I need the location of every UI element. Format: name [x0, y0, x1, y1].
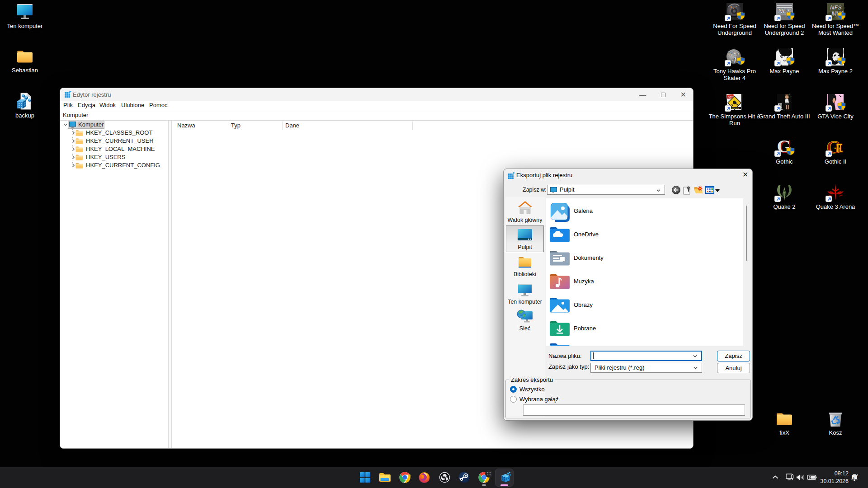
svg-text:HIT&RUN: HIT&RUN	[731, 108, 739, 109]
svg-text:z: z	[853, 475, 854, 479]
svg-text:z: z	[857, 473, 859, 477]
